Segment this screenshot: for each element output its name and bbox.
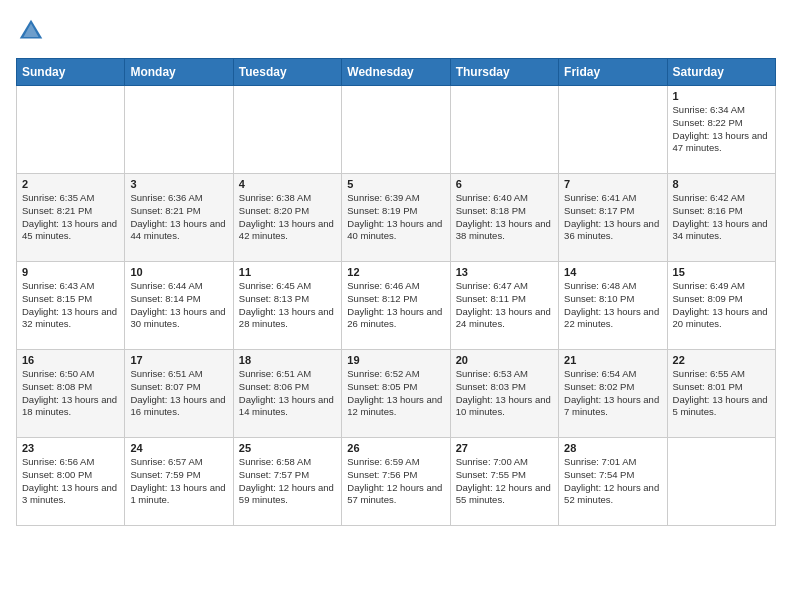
day-info: Sunrise: 6:55 AM Sunset: 8:01 PM Dayligh… xyxy=(673,368,770,419)
day-number: 22 xyxy=(673,354,770,366)
day-info: Sunrise: 6:45 AM Sunset: 8:13 PM Dayligh… xyxy=(239,280,336,331)
calendar-cell: 23Sunrise: 6:56 AM Sunset: 8:00 PM Dayli… xyxy=(17,438,125,526)
day-number: 28 xyxy=(564,442,661,454)
calendar-cell: 18Sunrise: 6:51 AM Sunset: 8:06 PM Dayli… xyxy=(233,350,341,438)
weekday-header-thursday: Thursday xyxy=(450,59,558,86)
calendar-cell: 8Sunrise: 6:42 AM Sunset: 8:16 PM Daylig… xyxy=(667,174,775,262)
calendar-cell: 13Sunrise: 6:47 AM Sunset: 8:11 PM Dayli… xyxy=(450,262,558,350)
day-number: 20 xyxy=(456,354,553,366)
logo-icon xyxy=(16,16,46,46)
day-info: Sunrise: 6:54 AM Sunset: 8:02 PM Dayligh… xyxy=(564,368,661,419)
day-info: Sunrise: 6:35 AM Sunset: 8:21 PM Dayligh… xyxy=(22,192,119,243)
calendar-body: 1Sunrise: 6:34 AM Sunset: 8:22 PM Daylig… xyxy=(17,86,776,526)
day-info: Sunrise: 6:36 AM Sunset: 8:21 PM Dayligh… xyxy=(130,192,227,243)
day-number: 23 xyxy=(22,442,119,454)
day-number: 4 xyxy=(239,178,336,190)
day-info: Sunrise: 6:51 AM Sunset: 8:06 PM Dayligh… xyxy=(239,368,336,419)
day-number: 7 xyxy=(564,178,661,190)
day-number: 13 xyxy=(456,266,553,278)
day-info: Sunrise: 6:43 AM Sunset: 8:15 PM Dayligh… xyxy=(22,280,119,331)
day-info: Sunrise: 6:50 AM Sunset: 8:08 PM Dayligh… xyxy=(22,368,119,419)
weekday-header-friday: Friday xyxy=(559,59,667,86)
calendar-cell: 3Sunrise: 6:36 AM Sunset: 8:21 PM Daylig… xyxy=(125,174,233,262)
weekday-header-wednesday: Wednesday xyxy=(342,59,450,86)
calendar-cell: 25Sunrise: 6:58 AM Sunset: 7:57 PM Dayli… xyxy=(233,438,341,526)
day-info: Sunrise: 7:01 AM Sunset: 7:54 PM Dayligh… xyxy=(564,456,661,507)
day-info: Sunrise: 6:34 AM Sunset: 8:22 PM Dayligh… xyxy=(673,104,770,155)
calendar-cell xyxy=(17,86,125,174)
day-number: 10 xyxy=(130,266,227,278)
day-info: Sunrise: 6:41 AM Sunset: 8:17 PM Dayligh… xyxy=(564,192,661,243)
calendar-cell: 15Sunrise: 6:49 AM Sunset: 8:09 PM Dayli… xyxy=(667,262,775,350)
day-number: 24 xyxy=(130,442,227,454)
day-info: Sunrise: 6:42 AM Sunset: 8:16 PM Dayligh… xyxy=(673,192,770,243)
day-info: Sunrise: 6:57 AM Sunset: 7:59 PM Dayligh… xyxy=(130,456,227,507)
day-info: Sunrise: 6:52 AM Sunset: 8:05 PM Dayligh… xyxy=(347,368,444,419)
calendar-cell xyxy=(125,86,233,174)
calendar-cell: 11Sunrise: 6:45 AM Sunset: 8:13 PM Dayli… xyxy=(233,262,341,350)
calendar-cell: 14Sunrise: 6:48 AM Sunset: 8:10 PM Dayli… xyxy=(559,262,667,350)
day-info: Sunrise: 6:51 AM Sunset: 8:07 PM Dayligh… xyxy=(130,368,227,419)
weekday-header-saturday: Saturday xyxy=(667,59,775,86)
weekday-header-monday: Monday xyxy=(125,59,233,86)
day-number: 17 xyxy=(130,354,227,366)
day-info: Sunrise: 6:58 AM Sunset: 7:57 PM Dayligh… xyxy=(239,456,336,507)
day-info: Sunrise: 6:40 AM Sunset: 8:18 PM Dayligh… xyxy=(456,192,553,243)
day-info: Sunrise: 6:38 AM Sunset: 8:20 PM Dayligh… xyxy=(239,192,336,243)
calendar-cell: 26Sunrise: 6:59 AM Sunset: 7:56 PM Dayli… xyxy=(342,438,450,526)
day-info: Sunrise: 6:47 AM Sunset: 8:11 PM Dayligh… xyxy=(456,280,553,331)
day-info: Sunrise: 6:56 AM Sunset: 8:00 PM Dayligh… xyxy=(22,456,119,507)
day-info: Sunrise: 6:53 AM Sunset: 8:03 PM Dayligh… xyxy=(456,368,553,419)
weekday-header-tuesday: Tuesday xyxy=(233,59,341,86)
weekday-header-sunday: Sunday xyxy=(17,59,125,86)
calendar-cell xyxy=(450,86,558,174)
calendar-cell: 10Sunrise: 6:44 AM Sunset: 8:14 PM Dayli… xyxy=(125,262,233,350)
calendar-cell: 24Sunrise: 6:57 AM Sunset: 7:59 PM Dayli… xyxy=(125,438,233,526)
calendar-week-3: 9Sunrise: 6:43 AM Sunset: 8:15 PM Daylig… xyxy=(17,262,776,350)
day-number: 18 xyxy=(239,354,336,366)
day-info: Sunrise: 6:49 AM Sunset: 8:09 PM Dayligh… xyxy=(673,280,770,331)
day-number: 6 xyxy=(456,178,553,190)
calendar-header: SundayMondayTuesdayWednesdayThursdayFrid… xyxy=(17,59,776,86)
calendar-cell: 19Sunrise: 6:52 AM Sunset: 8:05 PM Dayli… xyxy=(342,350,450,438)
calendar-cell: 28Sunrise: 7:01 AM Sunset: 7:54 PM Dayli… xyxy=(559,438,667,526)
calendar-cell: 16Sunrise: 6:50 AM Sunset: 8:08 PM Dayli… xyxy=(17,350,125,438)
day-number: 15 xyxy=(673,266,770,278)
calendar-cell: 9Sunrise: 6:43 AM Sunset: 8:15 PM Daylig… xyxy=(17,262,125,350)
day-number: 19 xyxy=(347,354,444,366)
calendar-cell xyxy=(342,86,450,174)
calendar-cell: 2Sunrise: 6:35 AM Sunset: 8:21 PM Daylig… xyxy=(17,174,125,262)
calendar-cell: 7Sunrise: 6:41 AM Sunset: 8:17 PM Daylig… xyxy=(559,174,667,262)
calendar-week-1: 1Sunrise: 6:34 AM Sunset: 8:22 PM Daylig… xyxy=(17,86,776,174)
calendar-cell: 5Sunrise: 6:39 AM Sunset: 8:19 PM Daylig… xyxy=(342,174,450,262)
day-info: Sunrise: 6:48 AM Sunset: 8:10 PM Dayligh… xyxy=(564,280,661,331)
page-header xyxy=(16,16,776,46)
day-number: 21 xyxy=(564,354,661,366)
day-info: Sunrise: 7:00 AM Sunset: 7:55 PM Dayligh… xyxy=(456,456,553,507)
day-info: Sunrise: 6:44 AM Sunset: 8:14 PM Dayligh… xyxy=(130,280,227,331)
day-number: 12 xyxy=(347,266,444,278)
calendar-table: SundayMondayTuesdayWednesdayThursdayFrid… xyxy=(16,58,776,526)
weekday-row: SundayMondayTuesdayWednesdayThursdayFrid… xyxy=(17,59,776,86)
day-info: Sunrise: 6:59 AM Sunset: 7:56 PM Dayligh… xyxy=(347,456,444,507)
calendar-week-5: 23Sunrise: 6:56 AM Sunset: 8:00 PM Dayli… xyxy=(17,438,776,526)
day-number: 5 xyxy=(347,178,444,190)
calendar-cell xyxy=(233,86,341,174)
day-number: 8 xyxy=(673,178,770,190)
calendar-cell xyxy=(667,438,775,526)
day-number: 2 xyxy=(22,178,119,190)
calendar-week-2: 2Sunrise: 6:35 AM Sunset: 8:21 PM Daylig… xyxy=(17,174,776,262)
calendar-cell xyxy=(559,86,667,174)
calendar-cell: 6Sunrise: 6:40 AM Sunset: 8:18 PM Daylig… xyxy=(450,174,558,262)
day-number: 16 xyxy=(22,354,119,366)
day-number: 14 xyxy=(564,266,661,278)
day-info: Sunrise: 6:39 AM Sunset: 8:19 PM Dayligh… xyxy=(347,192,444,243)
calendar-cell: 1Sunrise: 6:34 AM Sunset: 8:22 PM Daylig… xyxy=(667,86,775,174)
calendar-cell: 21Sunrise: 6:54 AM Sunset: 8:02 PM Dayli… xyxy=(559,350,667,438)
day-number: 1 xyxy=(673,90,770,102)
day-number: 27 xyxy=(456,442,553,454)
calendar-week-4: 16Sunrise: 6:50 AM Sunset: 8:08 PM Dayli… xyxy=(17,350,776,438)
calendar-cell: 20Sunrise: 6:53 AM Sunset: 8:03 PM Dayli… xyxy=(450,350,558,438)
calendar-cell: 17Sunrise: 6:51 AM Sunset: 8:07 PM Dayli… xyxy=(125,350,233,438)
calendar-cell: 12Sunrise: 6:46 AM Sunset: 8:12 PM Dayli… xyxy=(342,262,450,350)
